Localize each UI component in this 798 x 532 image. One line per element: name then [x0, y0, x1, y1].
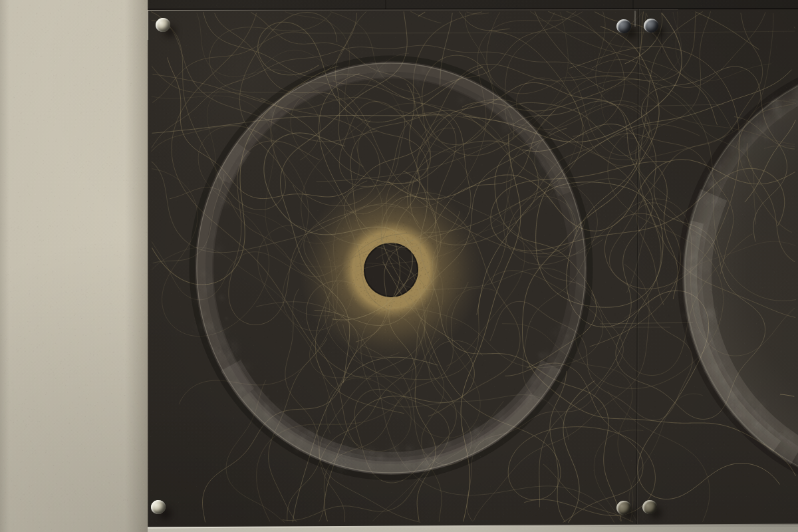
artwork-canvas	[0, 0, 798, 532]
installation-photo	[0, 0, 798, 532]
